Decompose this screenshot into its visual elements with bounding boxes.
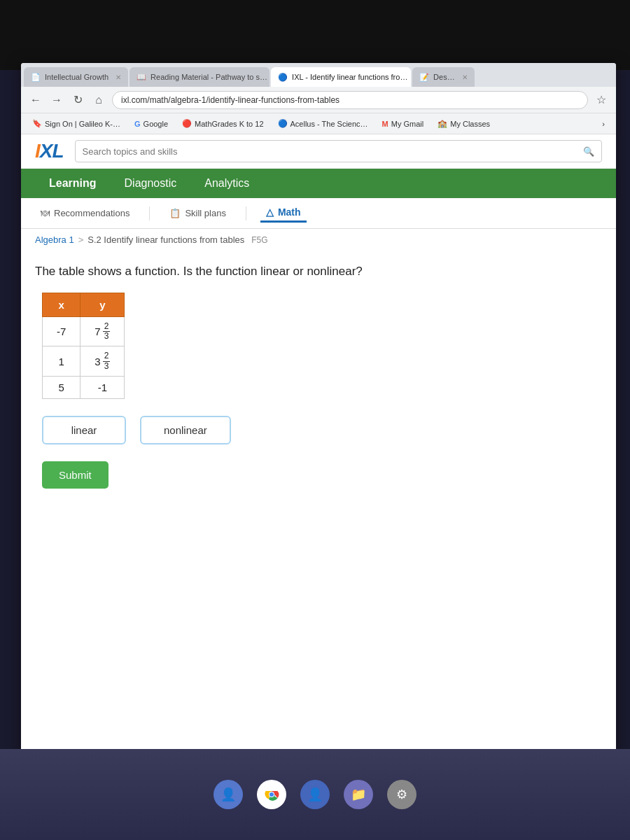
bookmark-label: Google [144, 120, 168, 128]
tab-label: Intellectual Growth [45, 73, 108, 81]
answer-linear[interactable]: linear [42, 416, 126, 444]
tab-close-icon[interactable]: ✕ [115, 74, 121, 81]
tab-bar: 📄 Intellectual Growth ✕ 📖 Reading Materi… [21, 63, 616, 87]
skill-plans-label: Skill plans [185, 208, 226, 218]
bezel-top [0, 0, 630, 70]
subnav-recommendations[interactable]: 🍽 Recommendations [35, 205, 135, 221]
bookmark-acellus[interactable]: 🔵 Acellus - The Scienc… [272, 118, 374, 130]
ixl-logo: IXL [35, 140, 64, 162]
numerator: 2 [103, 322, 111, 332]
taskbar-gear-icon[interactable]: ⚙ [387, 780, 416, 809]
nav-analytics[interactable]: Analytics [190, 169, 263, 198]
bookmark-label: My Classes [450, 120, 490, 128]
green-nav: Learning Diagnostic Analytics [21, 169, 616, 198]
denominator: 3 [103, 362, 111, 371]
whole-part: 7 [94, 326, 100, 337]
answer-linear-label: linear [71, 424, 97, 436]
tab-favicon: 📖 [136, 73, 146, 82]
math-label: Math [278, 206, 301, 218]
nav-label: Analytics [204, 177, 249, 189]
table-cell-y1: 7 2 3 [80, 317, 125, 346]
bookmark-icon: G [134, 120, 141, 128]
tab-favicon: 📝 [419, 73, 429, 82]
breadcrumb-separator: > [78, 234, 84, 245]
bookmark-gmail[interactable]: M My Gmail [377, 118, 430, 130]
function-table: x y -7 7 2 3 [42, 293, 125, 399]
whole-part: 3 [94, 356, 100, 368]
forward-button[interactable]: → [49, 92, 64, 108]
math-icon: △ [266, 206, 274, 218]
tab-close-icon[interactable]: ✕ [462, 74, 468, 81]
submit-label: Submit [59, 469, 92, 481]
browser-window: 📄 Intellectual Growth ✕ 📖 Reading Materi… [21, 63, 616, 756]
taskbar-folder-icon[interactable]: 📁 [344, 780, 373, 809]
table-cell-x2: 1 [43, 346, 80, 376]
table-header-y: y [80, 293, 125, 317]
table-row: 5 -1 [43, 376, 125, 398]
taskbar-profile-icon[interactable]: 👤 [214, 780, 243, 809]
tab-ixl[interactable]: 🔵 IXL - Identify linear functions fro… ✕ [271, 67, 411, 87]
address-bar: ← → ↻ ⌂ ☆ [21, 87, 616, 113]
submit-button[interactable]: Submit [42, 461, 108, 489]
bookmark-button[interactable]: ☆ [594, 92, 609, 108]
fraction-2: 2 3 [103, 351, 111, 370]
bookmark-icon: 🏫 [438, 119, 447, 128]
bookmark-label: My Gmail [391, 120, 424, 128]
breadcrumb-algebra[interactable]: Algebra 1 [35, 234, 74, 245]
nav-label: Learning [49, 177, 97, 189]
bookmark-mathgrades[interactable]: 🔴 MathGrades K to 12 [176, 118, 269, 130]
back-button[interactable]: ← [28, 92, 43, 108]
taskbar: 👤 👤 📁 ⚙ [0, 749, 630, 840]
ixl-header: IXL 🔍 [21, 134, 616, 169]
bookmark-icon: 🔵 [278, 119, 288, 128]
nav-divider [149, 206, 150, 220]
bookmark-icon: M [382, 120, 388, 128]
tab-label: Reading Material - Pathway to s… [150, 73, 267, 81]
answer-buttons: linear nonlinear [42, 416, 602, 444]
bookmark-label: Acellus - The Scienc… [290, 120, 368, 128]
table-cell-x1: -7 [43, 317, 80, 346]
chrome-svg [262, 785, 281, 804]
logo-i: I [35, 140, 40, 162]
search-icon[interactable]: 🔍 [583, 146, 594, 157]
mixed-number-1: 7 2 3 [94, 322, 110, 341]
home-button[interactable]: ⌂ [91, 92, 106, 108]
tab-intellectual[interactable]: 📄 Intellectual Growth ✕ [24, 67, 128, 87]
skill-plans-icon: 📋 [169, 208, 181, 218]
sub-nav: 🍽 Recommendations 📋 Skill plans △ Math [21, 198, 616, 229]
question-text: The table shows a function. Is the funct… [35, 265, 602, 279]
search-input[interactable] [83, 146, 578, 157]
nav-diagnostic[interactable]: Diagnostic [111, 169, 191, 198]
taskbar-user-icon[interactable]: 👤 [300, 780, 330, 809]
subnav-math[interactable]: △ Math [260, 204, 307, 223]
nav-learning[interactable]: Learning [35, 169, 111, 198]
address-input[interactable] [112, 91, 588, 109]
bookmarks-bar: 🔖 Sign On | Galileo K-… G Google 🔴 MathG… [21, 113, 616, 134]
reload-button[interactable]: ↻ [70, 92, 85, 108]
bookmark-myclasses[interactable]: 🏫 My Classes [432, 118, 496, 130]
tab-favicon: 📄 [31, 73, 41, 82]
tab-favicon: 🔵 [278, 73, 288, 82]
breadcrumb: Algebra 1 > S.2 Identify linear function… [21, 229, 616, 251]
bookmark-sign-on[interactable]: 🔖 Sign On | Galileo K-… [27, 118, 126, 130]
answer-nonlinear[interactable]: nonlinear [140, 416, 231, 444]
taskbar-chrome-icon[interactable] [257, 780, 286, 809]
subnav-skill-plans[interactable]: 📋 Skill plans [164, 205, 232, 221]
question-area: The table shows a function. Is the funct… [21, 251, 616, 503]
svg-point-3 [270, 792, 274, 797]
bookmark-label: MathGrades K to 12 [195, 120, 263, 128]
tab-reading[interactable]: 📖 Reading Material - Pathway to s… ✕ [130, 67, 270, 87]
logo-xl: XL [40, 140, 64, 162]
table-row: -7 7 2 3 [43, 317, 125, 346]
mixed-number-2: 3 2 3 [94, 351, 110, 370]
tab-des[interactable]: 📝 Des… ✕ [412, 67, 475, 87]
page-content: IXL 🔍 Learning Diagnostic Analytics 🍽 R [21, 134, 616, 756]
bookmark-icon: 🔴 [182, 119, 192, 128]
search-bar: 🔍 [75, 140, 602, 162]
bookmark-google[interactable]: G Google [129, 118, 174, 130]
table-cell-y3: -1 [80, 376, 125, 398]
numerator: 2 [103, 351, 111, 361]
denominator: 3 [103, 332, 111, 341]
bookmark-arrow[interactable]: › [596, 118, 610, 130]
table-row: 1 3 2 3 [43, 346, 125, 376]
